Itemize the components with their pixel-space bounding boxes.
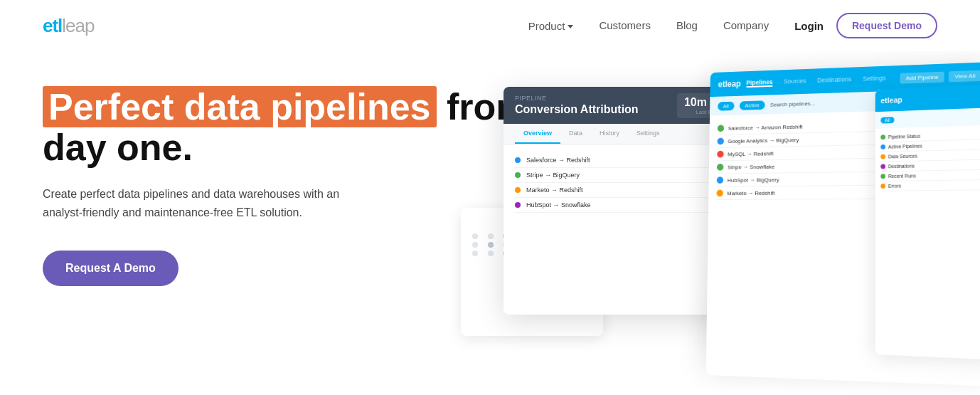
dot-1: [472, 233, 478, 239]
pipeline-dot-3: [515, 187, 521, 193]
third-text-6: Errors: [888, 182, 980, 189]
navigation: etl leap Product Customers Blog Company …: [0, 0, 980, 51]
blog-link[interactable]: Blog: [676, 19, 698, 31]
third-text-4: Destinations: [888, 162, 980, 169]
row-icon-3: [717, 151, 723, 158]
product-label: Product: [528, 20, 565, 32]
second-add-pipeline-btn[interactable]: Add Pipeline: [900, 71, 944, 83]
tab-data[interactable]: Data: [560, 124, 591, 144]
login-link[interactable]: Login: [794, 20, 824, 32]
row-icon-5: [717, 177, 723, 184]
third-dot-5: [880, 174, 885, 179]
logo-etl: etl: [43, 15, 62, 37]
dashboard-title: Conversion Attribution: [515, 103, 669, 116]
logo[interactable]: etl leap: [43, 15, 95, 37]
hero-subtext: Create perfect data pipelines and data w…: [43, 185, 370, 221]
second-tab-pipelines[interactable]: Pipelines: [746, 78, 772, 88]
third-text-1: Pipeline Status: [888, 132, 980, 139]
nav-item-customers[interactable]: Customers: [599, 19, 651, 32]
pipeline-dot-4: [515, 202, 521, 208]
row-icon-2: [717, 138, 723, 145]
row-icon-6: [716, 190, 723, 197]
third-toolbar-pill[interactable]: All: [880, 117, 894, 124]
tab-settings[interactable]: Settings: [628, 124, 669, 144]
third-dot-3: [880, 154, 885, 159]
logo-leap: leap: [62, 15, 94, 37]
row-icon-4: [717, 164, 723, 171]
third-dot-1: [880, 135, 885, 139]
tab-overview[interactable]: Overview: [515, 124, 560, 144]
third-dot-4: [880, 164, 885, 169]
nav-demo-button[interactable]: Request Demo: [836, 13, 937, 38]
second-tab-settings[interactable]: Settings: [863, 75, 885, 84]
dot-17: [472, 251, 478, 256]
hero-highlight-text: Perfect data pipelines: [43, 86, 437, 127]
second-tab-sources[interactable]: Sources: [784, 78, 806, 87]
third-dot-2: [880, 144, 885, 149]
nav-links: Product Customers Blog Company: [528, 19, 769, 32]
dot-10: [488, 242, 494, 248]
hero-section: Perfect data pipelines from day one. Cre…: [0, 51, 980, 395]
toolbar-search: Search pipelines...: [770, 100, 815, 108]
third-dot-6: [880, 184, 885, 189]
tab-history[interactable]: History: [591, 124, 628, 144]
second-tabs: Pipelines Sources Destinations Settings: [746, 74, 894, 88]
second-logo: etleap: [718, 79, 741, 89]
dashboard-subtitle: Pipeline: [515, 95, 669, 102]
third-text-5: Recent Runs: [888, 172, 980, 179]
third-text-2: Active Pipelines: [888, 142, 980, 149]
second-view-all-btn[interactable]: View All: [949, 70, 980, 82]
pipeline-dot-1: [515, 157, 521, 163]
dashboard-third: etleap All Pipeline Status Active Pipeli…: [875, 84, 980, 360]
screenshots-container: Pipeline Conversion Attribution 10m ago …: [461, 65, 980, 395]
product-link[interactable]: Product: [528, 20, 574, 32]
nav-item-blog[interactable]: Blog: [676, 19, 698, 32]
dashboard-header-left: Pipeline Conversion Attribution: [515, 95, 669, 116]
toolbar-filter-all[interactable]: All: [718, 101, 734, 110]
nav-item-product[interactable]: Product: [528, 20, 574, 32]
dot-18: [488, 251, 494, 256]
customers-link[interactable]: Customers: [599, 19, 651, 31]
second-tab-destinations[interactable]: Destinations: [817, 75, 851, 85]
dot-9: [472, 242, 478, 248]
pipeline-dot-2: [515, 172, 521, 178]
third-logo: etleap: [880, 95, 902, 105]
dot-2: [488, 233, 494, 239]
row-icon-1: [718, 125, 724, 132]
nav-item-company[interactable]: Company: [723, 19, 769, 32]
third-row-6: Errors: [880, 180, 980, 191]
third-body: Pipeline Status Active Pipelines Data So…: [875, 125, 980, 196]
toolbar-filter-active[interactable]: Active: [740, 100, 765, 110]
second-actions: Add Pipeline View All: [900, 70, 980, 83]
hero-cta-button[interactable]: Request A Demo: [43, 251, 179, 286]
chevron-down-icon: [568, 25, 573, 28]
third-text-3: Data Sources: [888, 152, 980, 159]
company-link[interactable]: Company: [723, 19, 769, 31]
